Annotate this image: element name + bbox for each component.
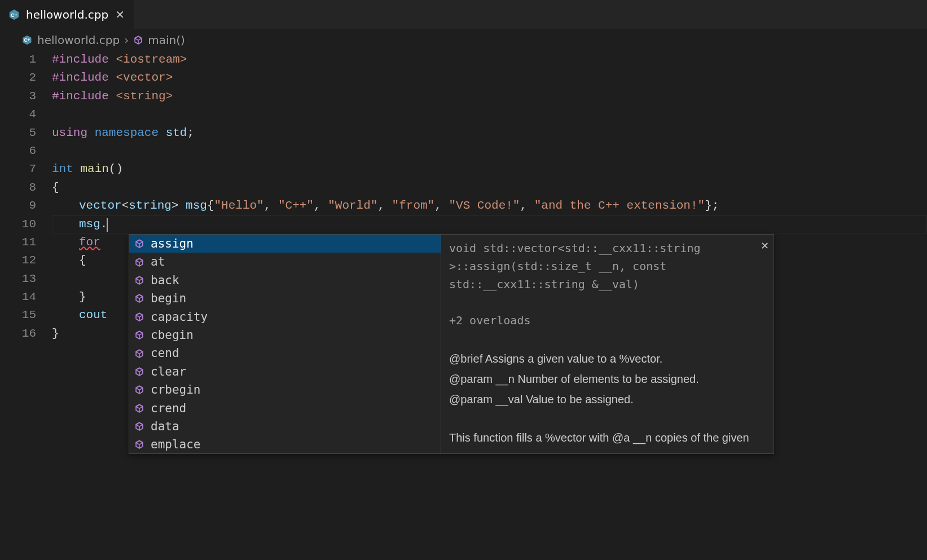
breadcrumb: C+ helloworld.cpp › main() [0,29,927,51]
brace: { [79,254,86,267]
doc-param: @param __val Value to be assigned. [449,390,766,408]
suggestion-label: clear [151,363,186,381]
method-icon [134,239,145,249]
breadcrumb-symbol[interactable]: main() [148,33,185,47]
editor-tab[interactable]: C+ helloworld.cpp ✕ [0,0,134,29]
doc-body: This function fills a %vector with @a __… [449,429,766,447]
suggestion-item[interactable]: capacity [129,308,441,326]
string-literal: "from" [392,199,435,212]
namespace-keyword: namespace [95,126,159,139]
suggestion-label: assign [151,235,194,253]
string-literal: "Hello" [214,199,264,212]
signature-text: void std::vector<std::__cxx11::string >:… [449,239,766,293]
method-icon [134,293,145,303]
suggestion-label: capacity [151,308,208,326]
include-header: <iostream> [116,53,187,66]
brace: } [52,327,59,340]
string-literal: "World" [328,199,377,212]
cpp-file-icon: C+ [21,34,33,46]
method-icon [134,385,145,395]
line-number-gutter: 1234 5678 9101112 13141516 [0,51,52,343]
method-icon [133,35,143,45]
method-icon [134,275,145,285]
function-name: main [80,162,108,175]
suggestion-label: back [151,271,179,289]
preproc-keyword: #include [52,90,109,103]
angle-bracket: < [122,199,129,212]
brace: { [52,181,59,194]
for-keyword: for [79,236,100,249]
overloads-text: +2 overloads [449,311,766,329]
brace: { [207,199,214,212]
code-editor[interactable]: 1234 5678 9101112 13141516 #include <ios… [0,51,927,343]
suggestion-item[interactable]: crend [129,399,441,417]
suggestion-label: cbegin [151,326,194,344]
suggestion-label: begin [151,289,186,307]
suggestion-item[interactable]: cend [129,344,441,362]
include-header: <string> [116,90,173,103]
suggestion-label: at [151,253,165,271]
close-icon[interactable]: ✕ [761,238,769,254]
variable-ref: msg [79,218,100,231]
doc-param: @param __n Number of elements to be assi… [449,370,766,388]
suggestion-label: emplace [151,435,201,453]
chevron-right-icon: › [124,33,129,47]
svg-text:C+: C+ [24,37,30,43]
suggestion-item[interactable]: back [129,271,441,289]
variable-name: msg [186,199,207,212]
identifier: cout [79,308,107,321]
semicolon: ; [187,126,194,139]
tab-filename: helloworld.cpp [26,8,108,21]
suggestion-item[interactable]: cbegin [129,326,441,344]
method-icon [134,330,145,340]
suggestion-item[interactable]: emplace [129,435,441,453]
doc-brief: @brief Assigns a given value to a %vecto… [449,350,766,368]
suggestion-item[interactable]: assign [129,235,441,253]
breadcrumb-file[interactable]: helloworld.cpp [37,33,120,47]
suggestion-label: crbegin [151,381,201,399]
text-cursor [107,218,108,232]
suggestion-label: cend [151,344,179,362]
method-icon [134,349,145,359]
suggestion-details: ✕ void std::vector<std::__cxx11::string … [441,235,774,453]
cpp-file-icon: C+ [8,8,20,21]
return-type: int [52,162,73,175]
brace: } [79,290,86,303]
suggestion-label: data [151,417,179,435]
method-icon [134,421,145,431]
tab-bar: C+ helloworld.cpp ✕ [0,0,927,29]
type-arg: string [129,199,172,212]
using-keyword: using [52,126,87,139]
suggestion-item[interactable]: clear [129,363,441,381]
suggestion-item[interactable]: data [129,417,441,435]
namespace-name: std [166,126,187,139]
angle-bracket: > [172,199,179,212]
suggestion-item[interactable]: crbegin [129,381,441,399]
string-literal: "and the C++ extension!" [534,199,705,212]
method-icon [134,257,145,267]
brace-semi: }; [705,199,719,212]
type-name: vector [79,199,122,212]
method-icon [134,439,145,449]
preproc-keyword: #include [52,53,109,66]
suggestion-item[interactable]: begin [129,289,441,307]
suggestion-list[interactable]: assignatbackbegincapacitycbegincendclear… [129,235,441,453]
string-literal: "VS Code!" [449,199,520,212]
suggestion-label: crend [151,399,186,417]
preproc-keyword: #include [52,71,109,84]
intellisense-popup: assignatbackbegincapacitycbegincendclear… [129,234,774,454]
method-icon [134,367,145,377]
parens: () [109,162,123,175]
close-icon[interactable]: ✕ [114,8,126,21]
method-icon [134,403,145,413]
string-literal: "C++" [278,199,314,212]
include-header: <vector> [116,71,173,84]
svg-text:C+: C+ [11,12,17,17]
method-icon [134,312,145,322]
suggestion-item[interactable]: at [129,253,441,271]
